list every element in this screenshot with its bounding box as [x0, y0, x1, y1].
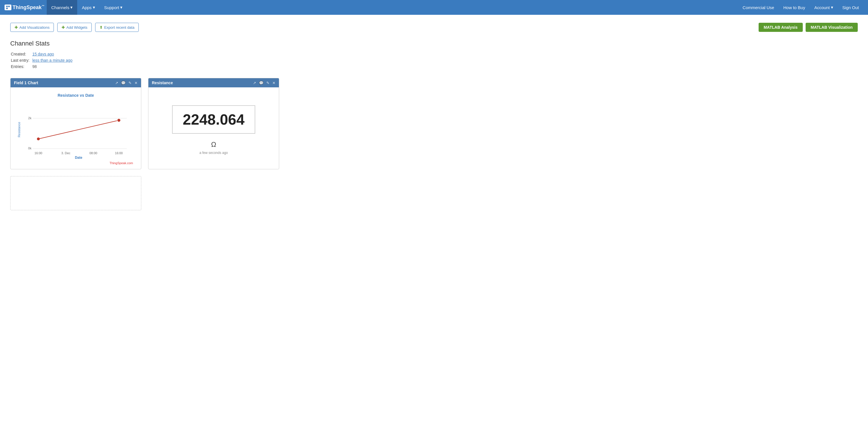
nav-left-items: Channels ▾ Apps ▾ Support ▾ [47, 0, 127, 15]
matlab-analysis-button[interactable]: MATLAB Analysis [758, 23, 803, 32]
svg-point-16 [118, 119, 120, 121]
svg-text:Date: Date [75, 156, 82, 159]
chart-title: Resistance vs Date [16, 93, 135, 98]
close-icon[interactable]: ✕ [134, 81, 137, 85]
created-label: Created: [11, 51, 32, 57]
thingspeak-credit: ThingSpeak.com [16, 161, 135, 165]
channel-stats-title: Channel Stats [10, 40, 858, 47]
svg-text:16:00: 16:00 [34, 151, 42, 155]
brand-logo[interactable]: ThingSpeak™ [5, 5, 44, 10]
nav-support[interactable]: Support ▾ [100, 0, 127, 15]
edit-icon[interactable]: ✎ [266, 81, 270, 85]
chevron-down-icon: ▾ [831, 5, 833, 10]
brand-name: ThingSpeak™ [12, 5, 44, 10]
svg-line-13 [38, 121, 119, 139]
widget-field1-title: Field 1 Chart [14, 80, 38, 85]
nav-how-to-buy[interactable]: How to Buy [779, 0, 810, 15]
entries-row: Entries: 98 [11, 64, 75, 69]
matlab-visualization-button[interactable]: MATLAB Visualization [806, 23, 858, 32]
widget-field1-actions: ↗ 💬 ✎ ✕ [115, 81, 137, 85]
widget-field1-header: Field 1 Chart ↗ 💬 ✎ ✕ [10, 78, 141, 87]
channel-stats: Channel Stats Created: 15 days ago Last … [10, 40, 858, 70]
chart-container: Resistance vs Date Resistance 2k 0k 16:0… [13, 90, 138, 166]
svg-text:3. Dec: 3. Dec [61, 151, 70, 155]
external-link-icon[interactable]: ↗ [115, 81, 118, 85]
created-row: Created: 15 days ago [11, 51, 75, 57]
add-visualizations-button[interactable]: ✚ Add Visualizations [10, 23, 54, 32]
svg-text:Resistance: Resistance [18, 122, 21, 137]
main-content: ✚ Add Visualizations ✚ Add Widgets ⬆ Exp… [0, 15, 868, 445]
last-entry-value[interactable]: less than a minute ago [32, 58, 72, 63]
widget-resistance-header: Resistance ↗ 💬 ✎ ✕ [148, 78, 279, 87]
entries-label: Entries: [11, 64, 32, 69]
toolbar-right: MATLAB Analysis MATLAB Visualization [758, 23, 858, 32]
entries-value: 98 [32, 64, 75, 69]
nav-account[interactable]: Account ▾ [810, 0, 838, 15]
svg-rect-2 [6, 8, 8, 9]
svg-rect-1 [8, 6, 10, 7]
close-icon[interactable]: ✕ [272, 81, 276, 85]
edit-icon[interactable]: ✎ [128, 81, 132, 85]
add-widgets-button[interactable]: ✚ Add Widgets [57, 23, 92, 32]
created-value[interactable]: 15 days ago [32, 52, 54, 56]
widget-resistance-actions: ↗ 💬 ✎ ✕ [253, 81, 276, 85]
export-icon: ⬆ [99, 25, 103, 30]
widget-field1-chart: Field 1 Chart ↗ 💬 ✎ ✕ Resistance vs Date… [10, 78, 141, 169]
svg-text:08:00: 08:00 [89, 151, 97, 155]
svg-text:2k: 2k [28, 116, 32, 120]
logo-box [5, 5, 11, 10]
gauge-unit: Ω [211, 141, 216, 148]
last-entry-label: Last entry: [11, 58, 32, 63]
plus-icon: ✚ [14, 25, 18, 30]
svg-point-14 [37, 137, 40, 140]
nav-apps[interactable]: Apps ▾ [77, 0, 99, 15]
gauge-timestamp: a few seconds ago [199, 151, 228, 155]
svg-text:0k: 0k [28, 146, 32, 150]
plus-icon: ✚ [62, 25, 65, 30]
toolbar: ✚ Add Visualizations ✚ Add Widgets ⬆ Exp… [10, 23, 858, 32]
svg-rect-0 [6, 6, 8, 7]
export-recent-data-button[interactable]: ⬆ Export recent data [95, 23, 139, 32]
widget-empty-slot [10, 176, 141, 210]
widget-field1-body: Resistance vs Date Resistance 2k 0k 16:0… [10, 87, 141, 169]
chevron-down-icon: ▾ [70, 5, 73, 10]
brand-tm: ™ [41, 5, 44, 8]
chevron-down-icon: ▾ [93, 5, 95, 10]
channel-stats-table: Created: 15 days ago Last entry: less th… [10, 50, 75, 70]
comment-icon[interactable]: 💬 [259, 81, 264, 85]
nav-commercial-use[interactable]: Commercial Use [738, 0, 779, 15]
navbar: ThingSpeak™ Channels ▾ Apps ▾ Support ▾ … [0, 0, 868, 15]
svg-text:16:00: 16:00 [115, 151, 123, 155]
widgets-grid: Field 1 Chart ↗ 💬 ✎ ✕ Resistance vs Date… [10, 78, 858, 169]
comment-icon[interactable]: 💬 [121, 81, 126, 85]
chart-svg: Resistance 2k 0k 16:00 3. Dec 08:00 16:0… [16, 100, 135, 160]
empty-slot-area [10, 176, 858, 210]
widget-resistance-body: 2248.064 Ω a few seconds ago [148, 87, 279, 167]
external-link-icon[interactable]: ↗ [253, 81, 256, 85]
widget-resistance-title: Resistance [152, 80, 173, 85]
chevron-down-icon: ▾ [120, 5, 123, 10]
nav-channels[interactable]: Channels ▾ [47, 0, 77, 15]
last-entry-row: Last entry: less than a minute ago [11, 58, 75, 63]
nav-right-items: Commercial Use How to Buy Account ▾ Sign… [738, 0, 863, 15]
nav-sign-out[interactable]: Sign Out [838, 0, 863, 15]
widget-resistance: Resistance ↗ 💬 ✎ ✕ 2248.064 Ω a few seco… [148, 78, 279, 169]
gauge-value: 2248.064 [172, 105, 255, 134]
